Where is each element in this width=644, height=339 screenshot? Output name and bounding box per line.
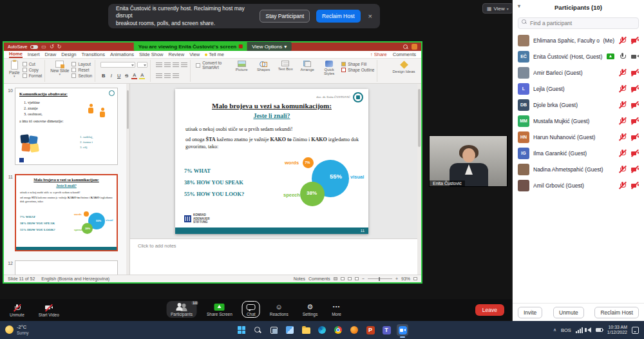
cut-button[interactable]: Cut: [23, 62, 43, 66]
reset-button[interactable]: Reset: [71, 68, 92, 72]
search-input[interactable]: [518, 17, 639, 29]
speaker-video-thumbnail[interactable]: Enita Čustović: [429, 135, 507, 187]
start-video-button[interactable]: Start Video: [34, 302, 64, 318]
tab-transitions[interactable]: Transitions: [81, 52, 104, 57]
font-name-select[interactable]: [100, 62, 135, 68]
invite-button[interactable]: Invite: [518, 307, 542, 318]
slideshow-button[interactable]: [355, 277, 359, 280]
tab-view[interactable]: View: [189, 52, 200, 57]
tab-home[interactable]: Home: [9, 51, 23, 58]
participant-row[interactable]: DB Djole brka (Guest): [513, 97, 644, 113]
tab-insert[interactable]: Insert: [28, 52, 40, 57]
unmute-button-panel[interactable]: Unmute: [553, 307, 584, 318]
participants-button[interactable]: 10 Participants: [166, 301, 197, 318]
language-status[interactable]: English (Bosnia and Herzegovina): [41, 276, 109, 281]
design-ideas-button[interactable]: Design Ideas: [392, 61, 416, 73]
comments-button[interactable]: Comments: [393, 52, 416, 57]
powerpoint-button[interactable]: P: [365, 324, 376, 336]
participant-row[interactable]: MM Mustafa Mujkić (Guest): [513, 113, 644, 129]
arrange-button[interactable]: Arrange: [298, 61, 317, 72]
reactions-button[interactable]: ☺ Reactions: [265, 301, 293, 318]
participant-row[interactable]: Amil Grbović (Guest): [513, 177, 644, 193]
strikethrough-button[interactable]: S: [124, 73, 129, 79]
weather-widget[interactable]: -2°C Sunny: [5, 325, 28, 334]
tab-slideshow[interactable]: Slide Show: [139, 52, 164, 57]
picture-button[interactable]: Picture: [232, 61, 251, 72]
align-center-button[interactable]: [164, 73, 171, 79]
layout-button[interactable]: Layout: [71, 62, 92, 66]
undo-icon[interactable]: ↺: [50, 44, 54, 50]
edge-button[interactable]: [316, 324, 328, 336]
search-icon[interactable]: [403, 44, 408, 49]
participant-row[interactable]: IG Ilma Garankić (Guest): [513, 145, 644, 161]
fit-slide-button[interactable]: [413, 277, 417, 280]
zoom-in-button[interactable]: +: [395, 276, 398, 281]
tab-design[interactable]: Design: [61, 52, 76, 57]
network-icon[interactable]: [576, 327, 583, 333]
view-button[interactable]: ▦ View ▾: [482, 3, 513, 14]
shape-fill-button[interactable]: Shape Fill: [341, 62, 374, 66]
tab-draw[interactable]: Draw: [45, 52, 57, 57]
highlight-color-button[interactable]: A: [139, 72, 145, 79]
volume-icon[interactable]: [587, 327, 591, 333]
close-icon[interactable]: ×: [368, 12, 372, 20]
tab-tellme[interactable]: Tell me: [205, 52, 224, 57]
zoom-slider[interactable]: [368, 278, 392, 279]
slide-10-thumbnail[interactable]: Komunikacija obuhvata: 1. vještine 2. zn…: [15, 88, 118, 165]
file-explorer-button[interactable]: [300, 324, 312, 336]
task-view-button[interactable]: [268, 324, 279, 336]
tray-chevron-icon[interactable]: ∧: [553, 327, 556, 333]
reading-view-button[interactable]: [348, 277, 352, 280]
reclaim-host-button[interactable]: Reclaim Host: [316, 10, 361, 23]
normal-view-button[interactable]: [334, 277, 337, 280]
zoom-out-button[interactable]: −: [362, 276, 365, 281]
share-screen-button[interactable]: Share Screen: [202, 301, 237, 318]
convert-smartart-button[interactable]: Convert to SmartArt: [196, 61, 229, 70]
tab-animations[interactable]: Animations: [110, 52, 134, 57]
italic-button[interactable]: I: [108, 73, 114, 79]
firefox-button[interactable]: [348, 324, 360, 336]
chrome-button[interactable]: [332, 324, 344, 336]
start-button[interactable]: [236, 324, 247, 336]
taskbar-search-button[interactable]: [252, 324, 263, 336]
notes-toggle[interactable]: Notes: [294, 276, 305, 281]
section-button[interactable]: Section: [71, 73, 92, 78]
collapse-panel-icon[interactable]: ▾: [518, 3, 520, 9]
chat-button[interactable]: Chat: [242, 301, 260, 318]
zoom-app-button[interactable]: [397, 324, 408, 336]
canvas-scrollbar[interactable]: [417, 84, 421, 275]
shape-outline-button[interactable]: Shape Outline: [341, 68, 374, 72]
unmute-button[interactable]: Unmute: [5, 302, 29, 318]
shapes-button[interactable]: Shapes: [254, 61, 273, 72]
font-color-button[interactable]: A: [131, 72, 137, 79]
participant-row[interactable]: Amir Barleci (Guest): [513, 64, 644, 81]
participant-row[interactable]: Nadina Ahmetspahić (Guest): [513, 161, 644, 177]
align-right-button[interactable]: [173, 73, 179, 79]
current-slide[interactable]: doc. dr. Enita ČUSTOVIĆ Malo brojeva u v…: [175, 89, 368, 234]
textbox-button[interactable]: Text Box: [276, 61, 295, 71]
paste-button[interactable]: Paste ▾: [9, 61, 20, 77]
share-button[interactable]: ↑Share: [370, 52, 387, 57]
participant-row[interactable]: HN Harun Nuhanović (Guest): [513, 129, 644, 145]
teams-button[interactable]: T: [381, 324, 392, 336]
participant-row[interactable]: EČ Enita Čustović (Host, Guest): [513, 48, 644, 64]
participant-row[interactable]: L Lejla (Guest): [513, 81, 644, 97]
tab-review[interactable]: Review: [169, 52, 185, 57]
save-icon[interactable]: ▭: [41, 44, 46, 50]
view-options-button[interactable]: View Options ▾: [247, 42, 291, 51]
indent-button[interactable]: [173, 63, 179, 68]
system-clock[interactable]: 10:33 AM 1/12/2022: [607, 325, 627, 335]
stop-share-icon[interactable]: [239, 44, 243, 48]
user-avatar[interactable]: [412, 44, 417, 50]
format-painter-button[interactable]: Format: [23, 73, 43, 78]
participant-row[interactable]: Ehlimana Spahic, Faculty of Political Sc…: [513, 32, 644, 48]
language-indicator[interactable]: BOS: [561, 327, 571, 333]
widgets-button[interactable]: [284, 324, 296, 336]
zoom-level[interactable]: 93%: [401, 276, 410, 281]
align-left-button[interactable]: [156, 73, 162, 79]
notes-pane[interactable]: Click to add notes: [130, 238, 417, 275]
underline-button[interactable]: U: [116, 73, 122, 79]
more-button[interactable]: ••• More: [327, 301, 346, 318]
numbering-button[interactable]: [164, 63, 171, 68]
redo-icon[interactable]: ↻: [57, 44, 62, 50]
